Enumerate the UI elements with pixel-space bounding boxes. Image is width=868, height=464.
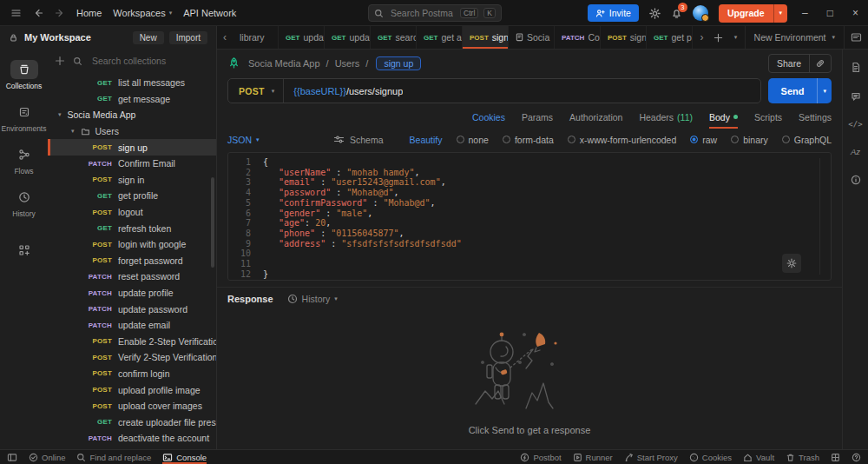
body-type-radio[interactable]: raw (690, 135, 717, 145)
trash-button[interactable]: Trash (786, 450, 819, 464)
tree-item[interactable]: ▾ GET refresh token (48, 220, 216, 236)
sidebar-item-environments[interactable]: Environments (0, 96, 48, 139)
tree-item[interactable]: ▾ Socia Media App (48, 107, 216, 123)
body-editor[interactable]: 1{ 2"userName" : "mohab hamdy", 3"email"… (227, 152, 832, 281)
tree-item[interactable]: ▾ POST sign in (48, 172, 216, 189)
info-icon[interactable] (851, 175, 861, 185)
cookies-button[interactable]: Cookies (689, 450, 732, 464)
toggle-sidebar-icon[interactable] (7, 450, 17, 464)
send-button[interactable]: Send ▾ (768, 78, 832, 103)
documentation-icon[interactable] (851, 62, 861, 73)
open-tab[interactable]: Socia (509, 26, 555, 49)
close-button[interactable]: × (848, 7, 863, 19)
environment-quick-look-icon[interactable] (844, 26, 868, 49)
two-pane-icon[interactable] (831, 450, 840, 464)
tree-item[interactable]: ▾ POST forget password (48, 253, 216, 269)
open-tab[interactable]: library (233, 26, 279, 49)
workspaces-menu[interactable]: Workspaces ▾ (113, 8, 172, 18)
import-button[interactable]: Import (169, 31, 207, 44)
tree-item[interactable]: ▾ PATCH update password (48, 301, 216, 317)
back-icon[interactable] (33, 8, 43, 18)
tree-item[interactable]: ▾ GET get profile (48, 188, 216, 204)
tree-item[interactable]: ▾ POST upload profile image (48, 381, 216, 398)
maximize-button[interactable]: □ (823, 7, 838, 19)
global-search[interactable]: Ctrl K (368, 4, 502, 22)
add-collection-icon[interactable] (55, 56, 65, 66)
tab-options-chevron-icon[interactable]: ▾ (727, 26, 745, 49)
tree-item[interactable]: ▾ POST Verify 2-Step Verification (48, 349, 216, 366)
api-network-menu[interactable]: API Network (183, 8, 236, 18)
vault-button[interactable]: Vault (743, 450, 774, 464)
request-tab[interactable]: Params (522, 105, 553, 129)
comments-icon[interactable] (851, 91, 861, 102)
breadcrumb-collection[interactable]: Socia Media App (248, 58, 320, 69)
body-type-radio[interactable]: form-data (503, 135, 554, 145)
beautify-link[interactable]: Beautify (410, 135, 443, 145)
settings-gear-icon[interactable] (649, 8, 661, 19)
format-select[interactable]: JSON ▾ (227, 135, 260, 145)
request-tab[interactable]: Authorization (569, 105, 622, 129)
method-select[interactable]: POST (228, 86, 272, 96)
cookies-link[interactable]: Cookies (472, 112, 505, 123)
forward-icon[interactable] (55, 8, 65, 18)
schema-button[interactable]: Schema (333, 135, 384, 145)
scroll-tabs-right-icon[interactable]: › (694, 26, 710, 49)
code-snippet-icon[interactable]: </> (848, 120, 862, 129)
tree-item[interactable]: ▾ POST Enable 2-Step Verification (48, 334, 216, 350)
tree-item[interactable]: ▾ PATCH reset password (48, 268, 216, 285)
chevron-down-icon[interactable]: ▾ (773, 4, 788, 23)
upgrade-button[interactable]: Upgrade ▾ (719, 4, 787, 23)
avatar[interactable] (693, 5, 708, 21)
body-type-radio[interactable]: none (457, 135, 489, 145)
share-button[interactable]: Share (769, 58, 809, 69)
body-type-radio[interactable]: GraphQL (782, 135, 832, 145)
tree-item[interactable]: ▾ POST login with google (48, 236, 216, 253)
method-chevron-icon[interactable]: ▾ (272, 79, 285, 103)
invite-button[interactable]: Invite (588, 4, 639, 22)
request-tab[interactable]: Headers (11) (639, 105, 693, 129)
search-input[interactable] (389, 7, 455, 19)
tree-item[interactable]: ▾ GET list all messages (48, 75, 216, 91)
new-tab-icon[interactable] (710, 26, 727, 49)
find-and-replace[interactable]: Find and replace (76, 450, 151, 464)
console-toggle[interactable]: Console (162, 450, 207, 464)
postbot-button[interactable]: Postbot (520, 450, 561, 464)
body-type-radio[interactable]: binary (731, 135, 768, 145)
open-tab[interactable]: GET updat (279, 26, 325, 49)
copy-link-icon[interactable] (810, 58, 831, 69)
tree-item[interactable]: ▾ PATCH update email (48, 317, 216, 334)
chevron-down-icon[interactable]: ▾ (58, 111, 62, 118)
open-tab[interactable]: GET searc (371, 26, 417, 49)
response-history-dropdown[interactable]: History ▾ (287, 294, 338, 304)
az-wrap-icon[interactable]: Az (851, 147, 860, 156)
tree-item[interactable]: ▾ POST confirm login (48, 366, 216, 382)
start-proxy-button[interactable]: Start Proxy (624, 450, 678, 464)
new-button[interactable]: New (133, 31, 164, 44)
notifications-bell-icon[interactable]: 3 (671, 8, 682, 19)
tree-item[interactable]: ▾ GET create uploader file presigner (48, 414, 216, 430)
open-tab[interactable]: POST sign (463, 26, 509, 49)
send-options-chevron-icon[interactable]: ▾ (817, 78, 832, 103)
search-collections-input[interactable] (90, 55, 209, 67)
environment-selector[interactable]: New Environment ▾ (745, 26, 844, 49)
tree-scrollbar[interactable] (211, 177, 214, 268)
home-link[interactable]: Home (76, 8, 102, 18)
sidebar-item-flows[interactable]: Flows (0, 139, 48, 182)
chevron-down-icon[interactable]: ▾ (71, 128, 75, 135)
menu-icon[interactable] (10, 8, 22, 18)
url-input[interactable]: {{baseURL}}/users/signup (284, 86, 403, 96)
open-tab[interactable]: POST sign (601, 26, 647, 49)
tree-item[interactable]: ▾ POST upload cover images (48, 398, 216, 414)
request-tab[interactable]: Settings (799, 105, 832, 129)
tree-item[interactable]: ▾ Users (48, 123, 216, 140)
request-tab[interactable]: Body (709, 105, 738, 129)
open-tab[interactable]: PATCH Cor (555, 26, 601, 49)
sidebar-item-collections[interactable]: Collections (0, 54, 48, 96)
open-tab[interactable]: GET get al (417, 26, 463, 49)
scroll-tabs-left-icon[interactable]: ‹ (217, 26, 233, 49)
tree-item[interactable]: ▾ PATCH deactivate the account (48, 430, 216, 447)
body-type-radio[interactable]: x-www-form-urlencoded (568, 135, 676, 145)
request-tab[interactable]: Scripts (754, 105, 782, 129)
tree-item[interactable]: ▾ PATCH Confirm Email (48, 156, 216, 172)
sidebar-item-history[interactable]: History (0, 182, 48, 224)
